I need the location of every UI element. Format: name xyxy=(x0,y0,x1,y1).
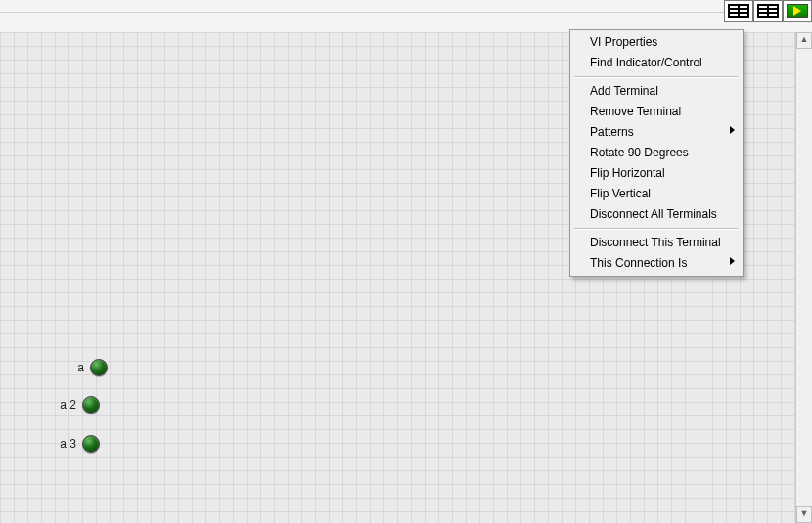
scroll-down-button[interactable] xyxy=(796,506,812,523)
menu-this-connection-is[interactable]: This Connection Is xyxy=(572,253,741,274)
connector-pane-button-2[interactable] xyxy=(753,0,783,22)
menu-remove-terminal[interactable]: Remove Terminal xyxy=(572,102,741,122)
submenu-arrow-icon xyxy=(730,257,735,265)
indicator-label: a 3 xyxy=(57,437,76,451)
vi-icon-button[interactable] xyxy=(783,0,812,22)
led-indicator[interactable] xyxy=(82,435,100,453)
menu-add-terminal[interactable]: Add Terminal xyxy=(572,81,741,102)
submenu-arrow-icon xyxy=(730,126,735,134)
toolbar-area xyxy=(0,0,812,33)
menu-item-label: This Connection Is xyxy=(590,256,687,270)
icon-row xyxy=(724,0,812,22)
menu-flip-horizontal[interactable]: Flip Horizontal xyxy=(572,163,741,184)
scroll-up-button[interactable] xyxy=(796,32,812,49)
led-indicator[interactable] xyxy=(82,396,100,414)
indicator-label: a xyxy=(65,361,84,374)
menu-flip-vertical[interactable]: Flip Vertical xyxy=(572,184,741,204)
vertical-scrollbar[interactable] xyxy=(795,32,812,523)
menu-find-indicator-control[interactable]: Find Indicator/Control xyxy=(572,53,741,73)
menu-vi-properties[interactable]: VI Properties xyxy=(572,32,741,53)
menu-rotate-90[interactable]: Rotate 90 Degrees xyxy=(572,143,741,163)
menu-item-label: Patterns xyxy=(590,125,634,139)
menu-disconnect-this[interactable]: Disconnect This Terminal xyxy=(572,233,741,253)
connector-pane-button-1[interactable] xyxy=(724,0,753,22)
led-indicator[interactable] xyxy=(90,359,108,376)
menu-separator xyxy=(574,228,739,230)
indicator-row: a xyxy=(65,359,108,376)
menu-separator xyxy=(574,76,739,78)
menu-patterns[interactable]: Patterns xyxy=(572,122,741,143)
menu-disconnect-all[interactable]: Disconnect All Terminals xyxy=(572,204,741,225)
indicator-label: a 2 xyxy=(57,398,76,412)
indicator-row: a 2 xyxy=(57,396,100,414)
indicator-row: a 3 xyxy=(57,435,100,453)
context-menu: VI Properties Find Indicator/Control Add… xyxy=(569,29,744,277)
